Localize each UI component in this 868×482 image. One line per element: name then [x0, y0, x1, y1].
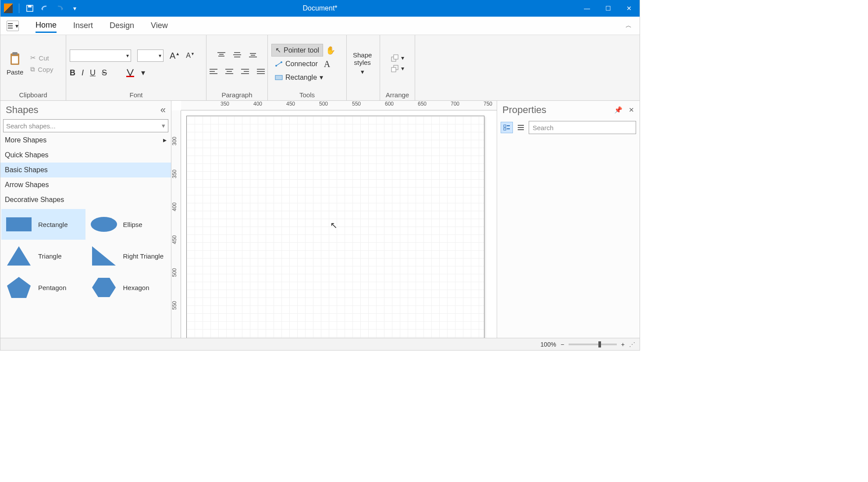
- svg-rect-17: [249, 57, 257, 57]
- zoom-slider[interactable]: [569, 344, 617, 345]
- svg-rect-10: [219, 54, 224, 55]
- shape-styles-label: Shape styles: [353, 51, 372, 66]
- shape-ellipse[interactable]: Ellipse: [86, 209, 171, 240]
- align-middle-icon[interactable]: [232, 51, 242, 59]
- canvas[interactable]: ↖: [181, 110, 497, 338]
- align-justify-icon[interactable]: [256, 68, 266, 76]
- vertical-ruler[interactable]: 300 350 400 450 500 550: [171, 110, 181, 338]
- svg-rect-21: [225, 69, 233, 70]
- svg-rect-34: [394, 55, 398, 59]
- align-center-icon[interactable]: [224, 68, 234, 76]
- svg-rect-25: [244, 71, 249, 72]
- zoom-out-icon[interactable]: −: [561, 341, 564, 348]
- basic-shapes-category[interactable]: Basic Shapes: [0, 163, 171, 177]
- copy-button[interactable]: ⧉Copy: [28, 64, 55, 74]
- align-top-icon[interactable]: [217, 51, 226, 59]
- group-font-label: Font: [70, 90, 203, 99]
- tab-view[interactable]: View: [151, 19, 168, 32]
- paste-button[interactable]: Paste: [4, 50, 26, 78]
- connector-tool-button[interactable]: Connector: [271, 58, 321, 70]
- svg-marker-40: [92, 246, 116, 266]
- zoom-level-label[interactable]: 100%: [541, 341, 556, 348]
- svg-rect-18: [210, 69, 217, 70]
- alphabetical-view-button[interactable]: [515, 122, 527, 133]
- svg-rect-44: [504, 128, 506, 130]
- arrow-shapes-category[interactable]: Arrow Shapes: [0, 177, 171, 192]
- pin-icon[interactable]: 📌: [614, 106, 623, 114]
- group-arrange-label: Arrange: [384, 90, 411, 99]
- rectangle-tool-button[interactable]: Rectangle ▾: [271, 71, 327, 83]
- categorized-view-button[interactable]: [501, 122, 513, 133]
- italic-button[interactable]: I: [82, 68, 84, 78]
- chevron-down-icon[interactable]: ▾: [162, 122, 165, 130]
- font-size-dropdown[interactable]: ▾: [137, 50, 164, 62]
- underline-button[interactable]: U: [90, 68, 96, 78]
- more-shapes-category[interactable]: More Shapes▸: [0, 132, 171, 148]
- bring-forward-button[interactable]: ▾: [391, 54, 404, 62]
- align-right-icon[interactable]: [240, 68, 250, 76]
- svg-rect-46: [507, 128, 510, 129]
- paste-label: Paste: [7, 68, 23, 76]
- tab-home[interactable]: Home: [36, 19, 57, 33]
- group-tools-label: Tools: [271, 90, 343, 99]
- shapes-search-input[interactable]: Search shapes... ▾: [3, 119, 168, 132]
- svg-marker-42: [92, 278, 116, 297]
- svg-rect-12: [234, 52, 240, 53]
- shape-styles-button[interactable]: Shape styles ▾: [350, 50, 374, 78]
- bold-button[interactable]: B: [70, 68, 75, 78]
- svg-rect-4: [8, 28, 13, 28]
- font-family-dropdown[interactable]: ▾: [70, 50, 131, 62]
- pan-tool-icon[interactable]: ✋: [326, 46, 335, 55]
- zoom-in-icon[interactable]: +: [621, 341, 625, 348]
- text-tool-icon[interactable]: A: [324, 59, 330, 69]
- svg-rect-14: [234, 57, 240, 57]
- pointer-tool-button[interactable]: ↖ Pointer tool: [271, 44, 323, 57]
- connector-icon: [275, 61, 283, 67]
- copy-icon: ⧉: [30, 65, 35, 73]
- document-title: Document*: [0, 4, 640, 12]
- shape-hexagon[interactable]: Hexagon: [86, 272, 171, 303]
- svg-rect-13: [233, 54, 241, 55]
- svg-point-38: [91, 217, 117, 232]
- align-bottom-icon[interactable]: [248, 51, 258, 59]
- group-paragraph-label: Paragraph: [210, 90, 264, 99]
- font-color-dropdown-icon[interactable]: ▾: [141, 68, 145, 78]
- shape-pentagon[interactable]: Pentagon: [1, 272, 85, 303]
- svg-rect-43: [504, 125, 506, 127]
- strike-button[interactable]: S: [102, 68, 107, 78]
- svg-rect-16: [251, 55, 255, 56]
- rectangle-dropdown-icon[interactable]: ▾: [320, 73, 323, 82]
- horizontal-ruler[interactable]: 350 400 450 500 550 600 650 700 750: [181, 101, 497, 110]
- tab-design[interactable]: Design: [110, 19, 134, 32]
- quick-shapes-category[interactable]: Quick Shapes: [0, 148, 171, 163]
- close-panel-icon[interactable]: ✕: [629, 106, 634, 114]
- svg-rect-19: [210, 71, 215, 72]
- svg-rect-6: [12, 52, 18, 55]
- tab-insert[interactable]: Insert: [73, 19, 93, 32]
- shrink-font-icon[interactable]: A▼: [186, 52, 195, 60]
- align-left-icon[interactable]: [209, 68, 218, 76]
- svg-rect-32: [275, 75, 282, 80]
- grow-font-icon[interactable]: A▲: [170, 51, 180, 61]
- ribbon: Paste ✂Cut ⧉Copy Clipboard ▾ ▾ A▲ A▼ B I…: [0, 35, 640, 101]
- cut-button[interactable]: ✂Cut: [28, 53, 55, 63]
- send-backward-button[interactable]: ▾: [391, 65, 404, 73]
- paste-icon: [9, 52, 21, 67]
- decorative-shapes-category[interactable]: Decorative Shapes: [0, 192, 171, 207]
- ribbon-tabs: ▾ Home Insert Design View ︿: [0, 17, 640, 35]
- shape-right-triangle[interactable]: Right Triangle: [86, 241, 171, 271]
- properties-panel: Properties 📌 ✕ Search: [497, 101, 640, 338]
- svg-rect-22: [227, 71, 232, 72]
- properties-search-input[interactable]: Search: [529, 121, 636, 134]
- shape-rectangle[interactable]: Rectangle: [1, 209, 85, 240]
- font-color-button[interactable]: [125, 68, 135, 78]
- ribbon-collapse-icon[interactable]: ︿: [626, 22, 632, 30]
- shape-triangle[interactable]: Triangle: [1, 241, 85, 271]
- svg-rect-29: [257, 73, 265, 74]
- resize-grip-icon[interactable]: ⋰: [629, 341, 635, 348]
- svg-rect-3: [8, 25, 13, 26]
- svg-rect-23: [225, 73, 233, 74]
- collapse-panel-icon[interactable]: «: [160, 104, 166, 116]
- svg-rect-2: [8, 23, 13, 24]
- file-menu-button[interactable]: ▾: [7, 21, 19, 31]
